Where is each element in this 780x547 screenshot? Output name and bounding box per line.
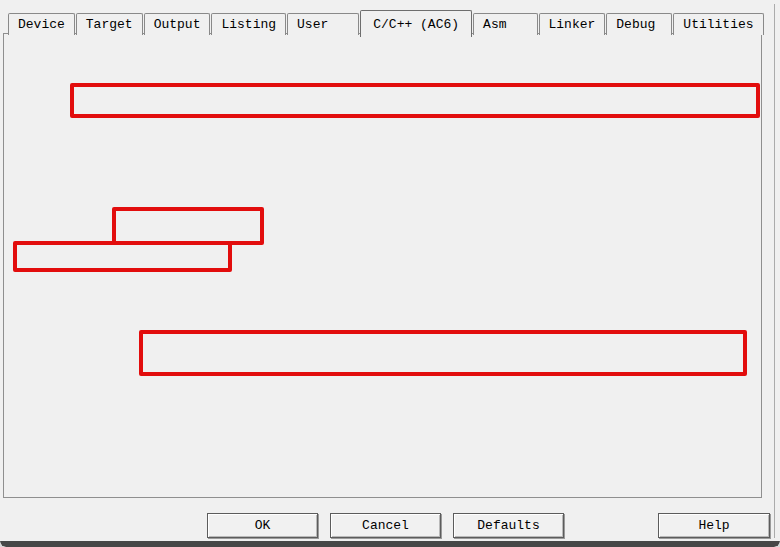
help-button[interactable]: Help	[658, 513, 770, 538]
tab-asm[interactable]: Asm	[473, 13, 537, 35]
defaults-button[interactable]: Defaults	[453, 513, 564, 538]
ok-button[interactable]: OK	[207, 513, 318, 538]
cancel-button[interactable]: Cancel	[330, 513, 441, 538]
dialog-bottom-edge	[0, 541, 780, 547]
tab-listing[interactable]: Listing	[211, 13, 286, 35]
dialog-right-edge	[774, 4, 775, 538]
tab-output[interactable]: Output	[144, 13, 211, 35]
tab-linker[interactable]: Linker	[539, 13, 606, 35]
tab-strip: Device Target Output Listing User C/C++ …	[8, 8, 765, 35]
options-for-target-dialog: Device Target Output Listing User C/C++ …	[0, 0, 780, 547]
tab-page-c-cpp	[3, 33, 762, 498]
tab-debug[interactable]: Debug	[606, 13, 672, 35]
tab-utilities[interactable]: Utilities	[673, 13, 763, 35]
tab-c-cpp-ac6[interactable]: C/C++ (AC6)	[360, 10, 472, 37]
tab-user[interactable]: User	[287, 13, 359, 35]
tab-target[interactable]: Target	[76, 13, 143, 35]
tab-device[interactable]: Device	[8, 13, 75, 35]
